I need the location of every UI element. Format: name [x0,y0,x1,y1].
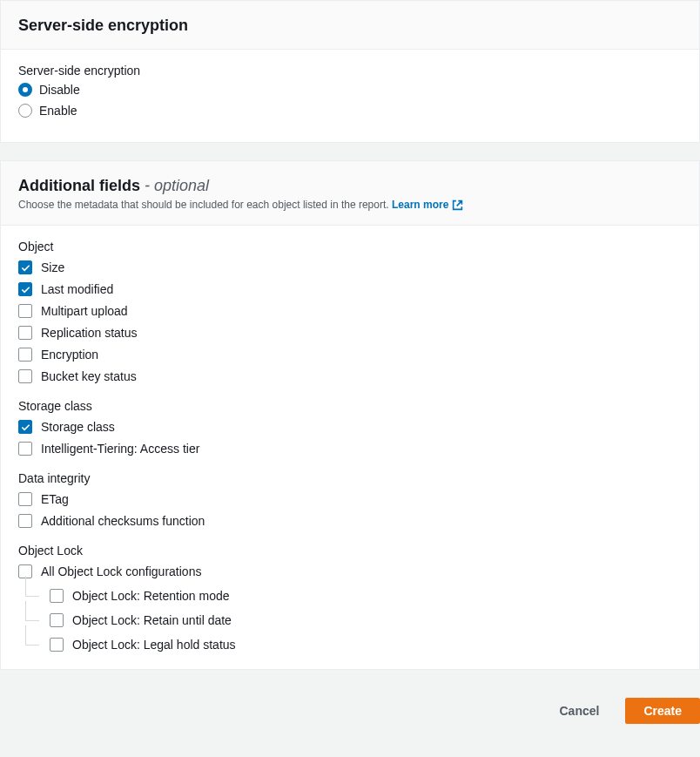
checkbox-input-multipart-upload[interactable] [18,304,32,318]
checkbox-label-storage-class: Storage class [41,420,115,434]
radio-disable[interactable]: Disable [18,83,682,97]
checkbox-all-object-lock[interactable]: All Object Lock configurations [18,564,682,578]
data-integrity-section-label: Data integrity [18,471,682,485]
checkbox-label-all-object-lock: All Object Lock configurations [41,564,201,578]
object-section-label: Object [18,240,682,253]
encryption-radio-group: Disable Enable [18,83,682,118]
checkbox-replication-status[interactable]: Replication status [18,326,682,340]
checkbox-label-multipart-upload: Multipart upload [41,304,128,318]
additional-fields-panel: Additional fields - optional Choose the … [0,160,700,670]
radio-label-disable: Disable [39,83,80,97]
checkbox-input-size[interactable] [18,260,32,274]
checkbox-storage-class[interactable]: Storage class [18,420,682,434]
encryption-body: Server-side encryption Disable Enable [1,50,699,142]
checkbox-input-bucket-key-status[interactable] [18,369,32,383]
checkbox-encryption[interactable]: Encryption [18,348,682,362]
tree-item-retain-until: Object Lock: Retain until date [25,613,682,627]
checkbox-input-replication-status[interactable] [18,326,32,340]
checkbox-input-etag[interactable] [18,492,32,506]
checkbox-input-intelligent-tiering[interactable] [18,442,32,456]
radio-input-enable[interactable] [18,104,32,118]
footer: Cancel Create [0,687,700,724]
learn-more-link[interactable]: Learn more [392,199,463,211]
object-lock-tree: Object Lock: Retention mode Object Lock:… [25,589,682,652]
checkbox-retain-until[interactable]: Object Lock: Retain until date [50,613,682,627]
additional-title: Additional fields - optional [18,177,682,195]
checkbox-input-retain-until[interactable] [50,613,64,627]
tree-item-retention-mode: Object Lock: Retention mode [25,589,682,603]
create-button[interactable]: Create [625,698,700,724]
additional-body: Object Size Last modified Multipart uplo… [1,226,699,669]
checkbox-label-encryption: Encryption [41,348,98,362]
additional-subtitle-text: Choose the metadata that should be inclu… [18,199,392,211]
checkbox-label-bucket-key-status: Bucket key status [41,369,137,383]
checkbox-input-storage-class[interactable] [18,420,32,434]
checkbox-additional-checksums[interactable]: Additional checksums function [18,514,682,528]
encryption-header: Server-side encryption [1,1,699,50]
additional-title-text: Additional fields [18,177,140,194]
checkbox-input-legal-hold[interactable] [50,638,64,652]
object-lock-section-label: Object Lock [18,544,682,558]
radio-input-disable[interactable] [18,83,32,97]
encryption-title: Server-side encryption [18,17,682,35]
additional-header: Additional fields - optional Choose the … [1,161,699,226]
checkbox-input-last-modified[interactable] [18,282,32,296]
checkbox-intelligent-tiering[interactable]: Intelligent-Tiering: Access tier [18,442,682,456]
additional-subtitle: Choose the metadata that should be inclu… [18,199,682,211]
checkbox-size[interactable]: Size [18,260,682,274]
checkbox-input-retention-mode[interactable] [50,589,64,603]
checkbox-label-retain-until: Object Lock: Retain until date [72,613,232,627]
checkbox-label-intelligent-tiering: Intelligent-Tiering: Access tier [41,442,199,456]
checkbox-label-etag: ETag [41,492,69,506]
cancel-button[interactable]: Cancel [542,698,616,724]
checkbox-multipart-upload[interactable]: Multipart upload [18,304,682,318]
encryption-panel: Server-side encryption Server-side encry… [0,0,700,143]
encryption-field-label: Server-side encryption [18,64,682,78]
external-link-icon [452,199,463,211]
checkbox-label-replication-status: Replication status [41,326,138,340]
tree-item-legal-hold: Object Lock: Legal hold status [25,638,682,652]
checkbox-bucket-key-status[interactable]: Bucket key status [18,369,682,383]
checkbox-input-additional-checksums[interactable] [18,514,32,528]
checkbox-retention-mode[interactable]: Object Lock: Retention mode [50,589,682,603]
checkbox-label-last-modified: Last modified [41,282,113,296]
checkbox-label-size: Size [41,260,64,274]
learn-more-text: Learn more [392,199,448,211]
checkbox-etag[interactable]: ETag [18,492,682,506]
radio-enable[interactable]: Enable [18,104,682,118]
checkbox-label-legal-hold: Object Lock: Legal hold status [72,638,236,652]
checkbox-last-modified[interactable]: Last modified [18,282,682,296]
checkbox-label-retention-mode: Object Lock: Retention mode [72,589,230,603]
checkbox-input-encryption[interactable] [18,348,32,362]
checkbox-label-additional-checksums: Additional checksums function [41,514,205,528]
additional-optional-text: - optional [140,177,209,194]
radio-label-enable: Enable [39,104,77,118]
checkbox-legal-hold[interactable]: Object Lock: Legal hold status [50,638,682,652]
storage-class-section-label: Storage class [18,399,682,413]
